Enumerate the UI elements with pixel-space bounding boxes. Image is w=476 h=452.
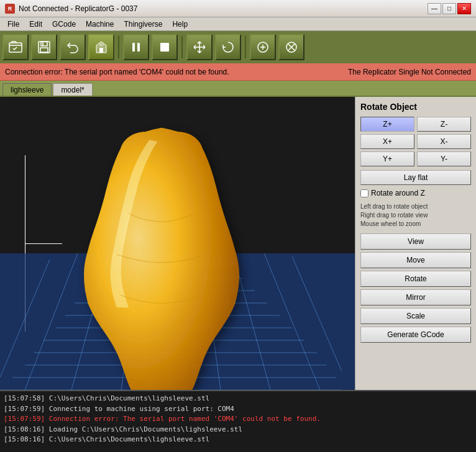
svg-rect-7 [132,43,135,52]
rotate-x-plus-button[interactable]: X+ [360,134,414,149]
svg-rect-3 [40,48,48,52]
toolbar-undo-button[interactable] [60,34,86,60]
log-line-2: [15:07:59] Connecting to machine using s… [4,404,472,415]
rotate-y-minus-button[interactable]: Y- [417,151,471,166]
rotate-x-minus-button[interactable]: X- [417,134,471,149]
rotate-around-z-row: Rotate around Z [360,189,471,197]
svg-rect-8 [137,43,140,52]
rotate-button[interactable]: Rotate [360,271,471,287]
toolbar-save-button[interactable] [31,34,57,60]
toolbar-connect-button[interactable] [250,34,276,60]
menubar: File Edit GCode Machine Thingiverse Help [0,17,476,31]
minimize-button[interactable]: — [428,3,441,14]
rotate-object-title: Rotate Object [360,102,471,112]
toolbar-build-button[interactable]: 3D [88,34,114,60]
log-line-3: [15:07:59] Connection error: The serial … [4,414,472,425]
toolbar-open-button[interactable] [2,34,29,60]
menu-help[interactable]: Help [167,19,193,30]
svg-rect-2 [41,42,47,46]
connection-status: The Replicator Single Not Connected [348,68,471,76]
log-line-5: [15:08:16] C:\Users\Chris\Documents\ligh… [4,435,472,445]
toolbar-move-button[interactable] [186,34,213,60]
close-button[interactable]: ✕ [457,3,471,14]
main-content: Rotate Object Z+ Z- X+ X- Y+ Y- Lay flat… [0,97,476,390]
menu-thingiverse[interactable]: Thingiverse [119,19,167,30]
menu-edit[interactable]: Edit [24,19,47,30]
rotate-y-plus-button[interactable]: Y+ [360,151,414,166]
toolbar-separator-3 [245,36,246,58]
viewport-hints: Left drag to rotate object Right drag to… [360,202,471,228]
svg-rect-0 [9,43,22,52]
hint-right-drag: Right drag to rotate view [360,211,471,220]
log-line-4: [15:08:16] Loading C:\Users\Chris\Docume… [4,425,472,435]
tabs-bar: lighsleeve model* [0,81,476,97]
toolbar-rotate-button[interactable] [215,34,241,60]
tab-model[interactable]: model* [53,83,92,96]
toolbar-stop-button[interactable] [152,34,178,60]
app-icon: R [5,4,15,14]
3d-viewport[interactable] [0,97,355,390]
menu-file[interactable]: File [2,19,24,30]
svg-rect-5 [99,48,103,53]
menu-machine[interactable]: Machine [81,19,119,30]
titlebar: R Not Connected - ReplicatorG - 0037 — □… [0,0,476,17]
log-line-1: [15:07:58] C:\Users\Chris\Documents\ligh… [4,394,472,404]
view-button[interactable]: View [360,233,471,250]
toolbar-separator [118,36,119,58]
mirror-button[interactable]: Mirror [360,289,471,305]
rotate-z-minus-button[interactable]: Z- [417,117,471,132]
toolbar: 3D [0,31,476,63]
svg-rect-9 [160,43,169,52]
window-controls: — □ ✕ [428,3,471,14]
hint-left-drag: Left drag to rotate object [360,202,471,211]
toolbar-disconnect-button[interactable] [278,34,304,60]
move-button[interactable]: Move [360,252,471,268]
error-message: Connection error: The serial port named … [5,68,229,76]
tab-lighsleeve[interactable]: lighsleeve [2,83,52,96]
scale-button[interactable]: Scale [360,308,471,324]
maximize-button[interactable]: □ [442,3,456,14]
hint-mouse-wheel: Mouse wheel to zoom [360,220,471,228]
generate-gcode-button[interactable]: Generate GCode [360,327,471,343]
rotate-around-z-checkbox[interactable] [360,189,368,197]
rotate-z-plus-button[interactable]: Z+ [360,117,414,132]
svg-text:3D: 3D [99,43,104,47]
error-bar: Connection error: The serial port named … [0,63,476,81]
right-panel: Rotate Object Z+ Z- X+ X- Y+ Y- Lay flat… [355,97,476,390]
menu-gcode[interactable]: GCode [47,19,81,30]
window-title: Not Connected - ReplicatorG - 0037 [19,4,137,13]
log-area: [15:07:58] C:\Users\Chris\Documents\ligh… [0,390,476,452]
toolbar-pause-button[interactable] [123,34,149,60]
rotate-around-z-label: Rotate around Z [371,189,425,197]
rotate-buttons-grid: Z+ Z- X+ X- Y+ Y- [360,117,471,166]
lay-flat-button[interactable]: Lay flat [360,170,471,185]
toolbar-separator-2 [181,36,183,58]
3d-object [50,115,273,390]
